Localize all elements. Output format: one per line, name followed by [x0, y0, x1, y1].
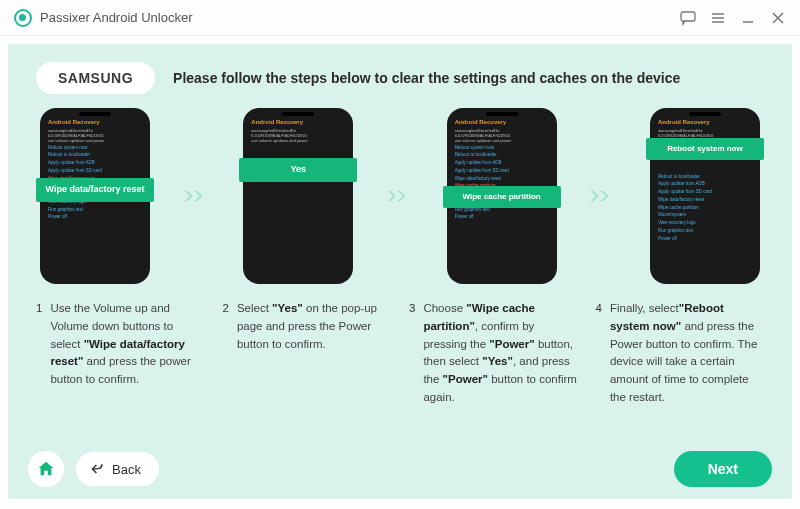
back-button[interactable]: Back	[76, 452, 159, 486]
brand-pill: SAMSUNG	[36, 62, 155, 94]
menu-icon[interactable]	[710, 10, 726, 26]
step-3: 3Choose "Wipe cache partition", confirm …	[409, 300, 578, 407]
phone-illustrations: Android Recovery samsung/mdf1test/mdf1e6…	[36, 108, 764, 284]
step-1: 1Use the Volume up and Volume down butto…	[36, 300, 205, 407]
minimize-icon[interactable]	[740, 10, 756, 26]
badge-yes: Yes	[239, 158, 357, 182]
app-title: Passixer Android Unlocker	[40, 10, 680, 25]
svg-rect-0	[681, 12, 695, 21]
badge-reboot: Reboot system now	[646, 138, 764, 160]
phone-step-1: Android Recovery samsung/mdf1test/mdf1e6…	[40, 108, 150, 284]
next-button[interactable]: Next	[674, 451, 772, 487]
step-2: 2Select "Yes" on the pop-up page and pre…	[223, 300, 392, 407]
app-logo-icon	[14, 9, 32, 27]
badge-wipe-cache: Wipe cache partition	[443, 186, 561, 208]
close-icon[interactable]	[770, 10, 786, 26]
step-4: 4Finally, select"Reboot system now" and …	[596, 300, 765, 407]
arrow-icon	[386, 182, 414, 210]
phone-step-3: Android Recovery samsung/mdf1test/mdf1e6…	[447, 108, 557, 284]
page-subtitle: Please follow the steps below to clear t…	[173, 70, 680, 86]
phone-step-2: Android Recovery samsung/mdf1test/mdf1e6…	[243, 108, 353, 284]
phone-step-4: Android Recovery samsung/mdf1test/mdf1e6…	[650, 108, 760, 284]
next-label: Next	[708, 461, 738, 477]
home-button[interactable]	[28, 451, 64, 487]
badge-wipe-data: Wipe data/factory reset	[36, 178, 154, 202]
main-content: SAMSUNG Please follow the steps below to…	[8, 44, 792, 499]
back-label: Back	[112, 462, 141, 477]
chat-icon[interactable]	[680, 10, 696, 26]
titlebar: Passixer Android Unlocker	[0, 0, 800, 36]
arrow-icon	[183, 182, 211, 210]
arrow-icon	[589, 182, 617, 210]
steps-text: 1Use the Volume up and Volume down butto…	[36, 300, 764, 407]
